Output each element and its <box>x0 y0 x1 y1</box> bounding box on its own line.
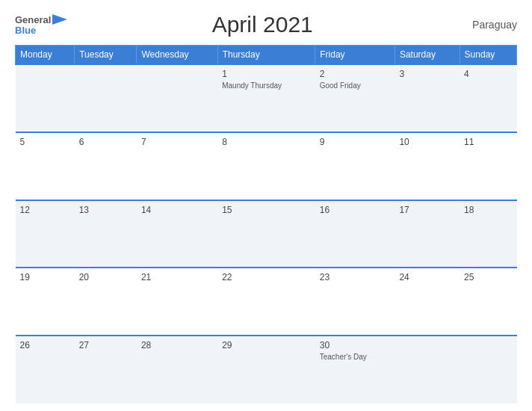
day-cell: 2Good Friday <box>315 64 395 132</box>
day-cell: 12 <box>16 200 75 268</box>
day-cell: 5 <box>16 132 75 200</box>
day-cell: 21 <box>137 268 217 336</box>
col-header-thursday: Thursday <box>217 46 315 65</box>
day-cell: 4 <box>460 64 516 132</box>
day-cell: 19 <box>16 268 75 336</box>
header: General Blue April 2021 Paraguay <box>15 12 517 37</box>
day-number: 22 <box>222 272 311 282</box>
week-row-1: 1Maundy Thursday2Good Friday34 <box>16 64 517 132</box>
day-cell: 25 <box>460 268 516 336</box>
day-cell: 28 <box>137 336 217 404</box>
day-cell: 6 <box>75 132 137 200</box>
day-cell: 16 <box>315 200 395 268</box>
day-number: 17 <box>399 205 455 215</box>
logo-general-text: General <box>15 15 51 25</box>
day-cell: 18 <box>460 200 516 268</box>
calendar-header-row: MondayTuesdayWednesdayThursdayFridaySatu… <box>16 46 517 65</box>
day-cell: 29 <box>217 336 315 404</box>
week-row-5: 2627282930Teacher's Day <box>16 336 517 404</box>
day-number: 3 <box>399 69 455 79</box>
day-cell <box>395 336 460 404</box>
day-number: 24 <box>399 272 455 282</box>
day-number: 12 <box>20 205 70 215</box>
col-header-wednesday: Wednesday <box>137 46 217 65</box>
day-cell: 17 <box>395 200 460 268</box>
day-number: 29 <box>222 340 311 350</box>
day-number: 18 <box>464 205 512 215</box>
day-number: 7 <box>141 137 213 147</box>
day-cell <box>460 336 516 404</box>
week-row-2: 567891011 <box>16 132 517 200</box>
day-cell: 7 <box>137 132 217 200</box>
day-number: 14 <box>141 205 213 215</box>
day-number: 30 <box>320 340 391 350</box>
day-number: 6 <box>79 137 132 147</box>
day-cell: 22 <box>217 268 315 336</box>
logo-blue-text: Blue <box>15 25 67 35</box>
day-number: 1 <box>222 69 311 79</box>
day-cell: 10 <box>395 132 460 200</box>
day-cell: 1Maundy Thursday <box>217 64 315 132</box>
day-number: 28 <box>141 340 213 350</box>
day-number: 15 <box>222 205 311 215</box>
day-number: 19 <box>20 272 70 282</box>
holiday-label: Maundy Thursday <box>222 81 311 90</box>
day-number: 11 <box>464 137 512 147</box>
svg-marker-0 <box>52 14 67 25</box>
country-label: Paraguay <box>457 19 517 31</box>
day-cell <box>75 64 137 132</box>
day-cell: 14 <box>137 200 217 268</box>
day-number: 20 <box>79 272 132 282</box>
holiday-label: Good Friday <box>320 81 391 90</box>
day-cell: 30Teacher's Day <box>315 336 395 404</box>
day-cell: 23 <box>315 268 395 336</box>
col-header-friday: Friday <box>315 46 395 65</box>
day-number: 26 <box>20 340 70 350</box>
col-header-monday: Monday <box>16 46 75 65</box>
day-number: 4 <box>464 69 512 79</box>
day-number: 9 <box>320 137 391 147</box>
day-number: 25 <box>464 272 512 282</box>
calendar-page: General Blue April 2021 Paraguay MondayT… <box>0 0 532 411</box>
day-cell: 15 <box>217 200 315 268</box>
day-cell: 13 <box>75 200 137 268</box>
logo: General Blue <box>15 15 67 35</box>
day-cell: 26 <box>16 336 75 404</box>
day-number: 27 <box>79 340 132 350</box>
day-number: 16 <box>320 205 391 215</box>
day-cell: 3 <box>395 64 460 132</box>
col-header-saturday: Saturday <box>395 46 460 65</box>
day-number: 10 <box>399 137 455 147</box>
day-number: 5 <box>20 137 70 147</box>
col-header-sunday: Sunday <box>460 46 516 65</box>
day-cell <box>137 64 217 132</box>
day-number: 21 <box>141 272 213 282</box>
day-cell: 27 <box>75 336 137 404</box>
day-cell: 24 <box>395 268 460 336</box>
day-cell: 11 <box>460 132 516 200</box>
holiday-label: Teacher's Day <box>320 352 391 362</box>
day-cell: 8 <box>217 132 315 200</box>
day-number: 23 <box>320 272 391 282</box>
day-number: 2 <box>320 69 391 79</box>
calendar-title: April 2021 <box>67 12 457 37</box>
col-header-tuesday: Tuesday <box>75 46 137 65</box>
day-cell: 20 <box>75 268 137 336</box>
day-number: 8 <box>222 137 311 147</box>
day-number: 13 <box>79 205 132 215</box>
calendar-table: MondayTuesdayWednesdayThursdayFridaySatu… <box>15 45 517 404</box>
week-row-4: 19202122232425 <box>16 268 517 336</box>
logo-flag-icon <box>52 14 67 25</box>
day-cell <box>16 64 75 132</box>
day-cell: 9 <box>315 132 395 200</box>
week-row-3: 12131415161718 <box>16 200 517 268</box>
